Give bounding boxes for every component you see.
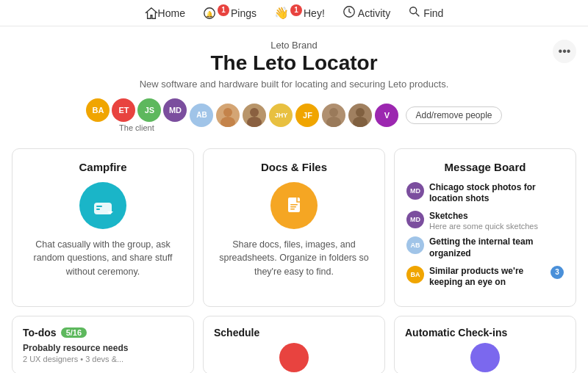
client-label-text: The client <box>119 123 154 132</box>
campfire-card[interactable]: Campfire Chat casually with the group, a… <box>12 148 194 307</box>
msg-sub-1: Here are some quick sketches <box>429 222 564 231</box>
nav-home-label: Home <box>158 7 185 19</box>
svg-point-8 <box>247 117 262 127</box>
nav-hey[interactable]: 👋 1 Hey! <box>274 6 325 20</box>
msg-avatar-0: MD <box>406 182 424 200</box>
msg-item-2[interactable]: AB Getting the internal team organized <box>406 236 564 259</box>
msg-content-0: Chicago stock photos for location shots <box>429 182 564 205</box>
avatar-jf[interactable]: JF <box>295 104 319 127</box>
message-board-card[interactable]: Message Board MD Chicago stock photos fo… <box>394 148 576 307</box>
find-icon <box>408 5 421 21</box>
todos-card[interactable]: To-dos 5/16 Probably resource needs 2 UX… <box>12 316 194 373</box>
svg-point-3 <box>410 7 417 13</box>
main-cards-grid: Campfire Chat casually with the group, a… <box>0 140 588 307</box>
msg-title-0: Chicago stock photos for location shots <box>429 182 564 205</box>
nav-pings[interactable]: 🔔 1 Pings <box>203 7 257 20</box>
svg-point-5 <box>223 108 232 117</box>
msg-title-2: Getting the internal team organized <box>429 236 564 259</box>
nav-activity-label: Activity <box>358 7 390 19</box>
message-board-title: Message Board <box>406 161 564 173</box>
svg-text:🔔: 🔔 <box>206 10 214 18</box>
msg-avatar-3: BA <box>406 266 424 283</box>
avatar-photo2[interactable] <box>243 104 266 127</box>
nav-find[interactable]: Find <box>408 5 443 21</box>
avatar-ba[interactable]: BA <box>86 98 110 122</box>
svg-point-6 <box>220 117 235 127</box>
nav-pings-label: Pings <box>231 7 257 19</box>
msg-title-1: Sketches <box>429 211 564 222</box>
msg-item-1[interactable]: MD Sketches Here are some quick sketches <box>406 211 564 231</box>
avatar-photo1[interactable] <box>216 104 240 127</box>
svg-line-4 <box>416 12 420 16</box>
avatars-row: BA ET JS MD The client AB JHY JF <box>0 98 588 132</box>
docs-title: Docs & Files <box>215 161 373 173</box>
avatar-et[interactable]: ET <box>112 98 135 122</box>
schedule-icon <box>279 343 309 372</box>
avatar-photo4[interactable] <box>348 104 372 127</box>
svg-rect-15 <box>96 209 100 210</box>
nav-home[interactable]: Home <box>145 7 185 20</box>
project-desc: New software and hardware built for loca… <box>0 79 588 90</box>
client-group: BA ET JS MD The client <box>86 98 187 132</box>
campfire-desc: Chat casually with the group, ask random… <box>24 238 182 279</box>
todos-title: To-dos 5/16 <box>23 327 183 338</box>
top-nav: Home 🔔 1 Pings 👋 1 Hey! Activity <box>0 0 588 26</box>
svg-rect-19 <box>290 206 296 208</box>
schedule-title: Schedule <box>214 327 374 338</box>
hey-icon: 👋 <box>274 6 289 20</box>
hey-badge: 1 <box>290 4 302 16</box>
avatar-jhy[interactable]: JHY <box>269 104 293 127</box>
docs-icon-wrap <box>215 182 373 229</box>
campfire-icon <box>79 182 126 229</box>
msg-badge-3: 3 <box>551 266 564 279</box>
svg-point-10 <box>326 117 341 127</box>
msg-item-3[interactable]: BA Similar products we're keeping an eye… <box>406 266 564 289</box>
home-icon <box>145 7 158 20</box>
todos-badge: 5/16 <box>61 327 87 338</box>
docs-card[interactable]: Docs & Files Share docs, files, images, … <box>203 148 385 307</box>
project-title: The Leto Locator <box>0 51 588 76</box>
avatar-v[interactable]: V <box>375 104 398 127</box>
schedule-icon-wrap <box>214 343 374 372</box>
add-people-button[interactable]: Add/remove people <box>406 106 501 124</box>
msg-content-1: Sketches Here are some quick sketches <box>429 211 564 231</box>
docs-desc: Share docs, files, images, and spreadshe… <box>215 238 373 279</box>
avatar-md[interactable]: MD <box>163 98 187 122</box>
schedule-card[interactable]: Schedule <box>203 316 385 373</box>
pings-icon: 🔔 <box>203 7 216 20</box>
checkins-icon <box>470 343 500 372</box>
checkins-icon-wrap <box>405 343 565 372</box>
todos-detail: 2 UX designers • 3 devs &... <box>23 355 183 363</box>
msg-content-3: Similar products we're keeping an eye on <box>429 266 545 289</box>
bottom-cards-grid: To-dos 5/16 Probably resource needs 2 UX… <box>0 307 588 373</box>
svg-rect-18 <box>290 204 298 206</box>
pings-badge: 1 <box>218 4 229 16</box>
checkins-card[interactable]: Automatic Check-ins <box>394 316 576 373</box>
activity-icon <box>343 5 356 21</box>
avatar-ab[interactable]: AB <box>190 104 213 127</box>
msg-avatar-1: MD <box>406 211 424 228</box>
svg-point-11 <box>356 108 365 117</box>
svg-point-9 <box>329 108 338 117</box>
svg-point-12 <box>353 117 368 127</box>
msg-avatar-2: AB <box>406 236 424 254</box>
svg-rect-14 <box>96 206 102 207</box>
nav-find-label: Find <box>423 7 443 19</box>
nav-activity[interactable]: Activity <box>343 5 390 21</box>
svg-point-7 <box>250 108 259 117</box>
avatar-photo3[interactable] <box>322 104 345 127</box>
campfire-icon-wrap <box>24 182 182 229</box>
checkins-title: Automatic Check-ins <box>405 327 565 338</box>
msg-title-3: Similar products we're keeping an eye on <box>429 266 545 289</box>
avatar-js[interactable]: JS <box>137 98 161 122</box>
more-options-button[interactable]: ••• <box>553 40 576 63</box>
project-label: Leto Brand <box>0 40 588 51</box>
msg-content-2: Getting the internal team organized <box>429 236 564 259</box>
nav-hey-label: Hey! <box>304 7 325 19</box>
campfire-title: Campfire <box>24 161 182 173</box>
svg-rect-20 <box>290 209 295 210</box>
todos-sub: Probably resource needs <box>23 343 183 353</box>
msg-item-0[interactable]: MD Chicago stock photos for location sho… <box>406 182 564 205</box>
docs-icon <box>270 182 318 229</box>
project-header: ••• Leto Brand The Leto Locator New soft… <box>0 26 588 140</box>
